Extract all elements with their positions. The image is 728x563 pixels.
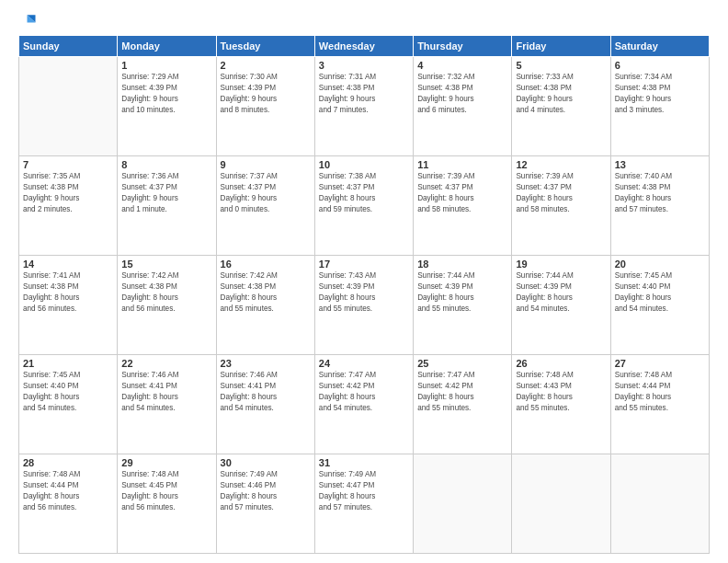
day-info: Sunrise: 7:34 AMSunset: 4:38 PMDaylight:… [615,72,705,116]
day-info: Sunrise: 7:48 AMSunset: 4:45 PMDaylight:… [121,469,211,513]
day-info: Sunrise: 7:33 AMSunset: 4:38 PMDaylight:… [516,72,606,116]
calendar-cell: 28Sunrise: 7:48 AMSunset: 4:44 PMDayligh… [19,454,118,554]
day-info: Sunrise: 7:47 AMSunset: 4:42 PMDaylight:… [417,370,507,414]
day-info: Sunrise: 7:44 AMSunset: 4:39 PMDaylight:… [516,270,606,315]
calendar-cell: 14Sunrise: 7:41 AMSunset: 4:38 PMDayligh… [19,256,118,355]
calendar-week-row: 1Sunrise: 7:29 AMSunset: 4:39 PMDaylight… [19,57,710,156]
day-info: Sunrise: 7:32 AMSunset: 4:38 PMDaylight:… [417,72,507,116]
day-number: 17 [319,259,409,270]
day-info: Sunrise: 7:37 AMSunset: 4:37 PMDaylight:… [221,171,311,215]
calendar-cell: 10Sunrise: 7:38 AMSunset: 4:37 PMDayligh… [314,156,413,256]
calendar-cell: 23Sunrise: 7:46 AMSunset: 4:41 PMDayligh… [216,355,314,454]
calendar-cell: 18Sunrise: 7:44 AMSunset: 4:39 PMDayligh… [414,256,512,355]
calendar-cell: 13Sunrise: 7:40 AMSunset: 4:38 PMDayligh… [610,156,709,256]
day-number: 21 [23,358,113,369]
day-info: Sunrise: 7:47 AMSunset: 4:42 PMDaylight:… [319,370,409,414]
day-number: 26 [516,358,606,369]
day-info: Sunrise: 7:46 AMSunset: 4:41 PMDaylight:… [221,370,311,414]
weekday-header: Tuesday [216,36,314,57]
calendar-cell [512,454,610,554]
weekday-header: Saturday [610,36,709,57]
day-info: Sunrise: 7:39 AMSunset: 4:37 PMDaylight:… [516,171,606,215]
calendar-cell: 31Sunrise: 7:49 AMSunset: 4:47 PMDayligh… [314,454,413,554]
day-number: 30 [221,457,311,468]
day-info: Sunrise: 7:36 AMSunset: 4:37 PMDaylight:… [121,171,211,215]
day-number: 7 [23,159,113,170]
calendar-cell: 30Sunrise: 7:49 AMSunset: 4:46 PMDayligh… [216,454,314,554]
calendar-header: SundayMondayTuesdayWednesdayThursdayFrid… [19,36,710,57]
day-info: Sunrise: 7:44 AMSunset: 4:39 PMDaylight:… [417,270,507,315]
calendar-cell: 7Sunrise: 7:35 AMSunset: 4:38 PMDaylight… [19,156,118,256]
day-number: 23 [221,358,311,369]
calendar-cell: 17Sunrise: 7:43 AMSunset: 4:39 PMDayligh… [314,256,413,355]
calendar-page: SundayMondayTuesdayWednesdayThursdayFrid… [0,0,728,563]
weekday-header: Friday [512,36,610,57]
calendar-cell: 2Sunrise: 7:30 AMSunset: 4:39 PMDaylight… [216,57,314,156]
day-info: Sunrise: 7:49 AMSunset: 4:47 PMDaylight:… [319,469,409,513]
calendar-cell: 12Sunrise: 7:39 AMSunset: 4:37 PMDayligh… [512,156,610,256]
weekday-header: Wednesday [314,36,413,57]
calendar-cell: 1Sunrise: 7:29 AMSunset: 4:39 PMDaylight… [118,57,216,156]
calendar-cell: 26Sunrise: 7:48 AMSunset: 4:43 PMDayligh… [512,355,610,454]
weekday-header: Monday [118,36,216,57]
day-number: 10 [319,159,409,170]
day-number: 22 [121,358,211,369]
day-number: 3 [319,60,409,71]
weekday-header: Thursday [414,36,512,57]
calendar-cell: 6Sunrise: 7:34 AMSunset: 4:38 PMDaylight… [610,57,709,156]
calendar-cell: 4Sunrise: 7:32 AMSunset: 4:38 PMDaylight… [414,57,512,156]
calendar-cell: 22Sunrise: 7:46 AMSunset: 4:41 PMDayligh… [118,355,216,454]
day-info: Sunrise: 7:35 AMSunset: 4:38 PMDaylight:… [23,171,113,215]
day-number: 5 [516,60,606,71]
day-info: Sunrise: 7:41 AMSunset: 4:38 PMDaylight:… [23,270,113,315]
calendar-cell: 11Sunrise: 7:39 AMSunset: 4:37 PMDayligh… [414,156,512,256]
day-number: 19 [516,259,606,270]
day-info: Sunrise: 7:38 AMSunset: 4:37 PMDaylight:… [319,171,409,215]
day-number: 20 [615,259,705,270]
day-number: 13 [615,159,705,170]
day-number: 24 [319,358,409,369]
calendar-cell [610,454,709,554]
calendar-week-row: 21Sunrise: 7:45 AMSunset: 4:40 PMDayligh… [19,355,710,454]
calendar-cell: 20Sunrise: 7:45 AMSunset: 4:40 PMDayligh… [610,256,709,355]
calendar-cell: 3Sunrise: 7:31 AMSunset: 4:38 PMDaylight… [314,57,413,156]
header [18,15,710,29]
calendar-cell: 19Sunrise: 7:44 AMSunset: 4:39 PMDayligh… [512,256,610,355]
day-info: Sunrise: 7:42 AMSunset: 4:38 PMDaylight:… [221,270,311,315]
day-info: Sunrise: 7:42 AMSunset: 4:38 PMDaylight:… [121,270,211,315]
day-number: 18 [417,259,507,270]
day-info: Sunrise: 7:43 AMSunset: 4:39 PMDaylight:… [319,270,409,315]
day-number: 27 [615,358,705,369]
calendar-week-row: 14Sunrise: 7:41 AMSunset: 4:38 PMDayligh… [19,256,710,355]
day-number: 28 [23,457,113,468]
calendar-cell: 25Sunrise: 7:47 AMSunset: 4:42 PMDayligh… [414,355,512,454]
day-info: Sunrise: 7:45 AMSunset: 4:40 PMDaylight:… [23,370,113,414]
day-info: Sunrise: 7:48 AMSunset: 4:44 PMDaylight:… [23,469,113,513]
calendar-week-row: 7Sunrise: 7:35 AMSunset: 4:38 PMDaylight… [19,156,710,256]
calendar-cell [414,454,512,554]
day-info: Sunrise: 7:46 AMSunset: 4:41 PMDaylight:… [121,370,211,414]
day-info: Sunrise: 7:29 AMSunset: 4:39 PMDaylight:… [121,72,211,116]
day-info: Sunrise: 7:49 AMSunset: 4:46 PMDaylight:… [221,469,311,513]
day-info: Sunrise: 7:45 AMSunset: 4:40 PMDaylight:… [615,270,705,315]
day-number: 4 [417,60,507,71]
day-number: 9 [221,159,311,170]
calendar-cell: 27Sunrise: 7:48 AMSunset: 4:44 PMDayligh… [610,355,709,454]
calendar-cell [19,57,118,156]
day-number: 14 [23,259,113,270]
day-number: 16 [221,259,311,270]
calendar-cell: 9Sunrise: 7:37 AMSunset: 4:37 PMDaylight… [216,156,314,256]
day-number: 29 [121,457,211,468]
day-info: Sunrise: 7:39 AMSunset: 4:37 PMDaylight:… [417,171,507,215]
logo [18,15,37,29]
calendar-cell: 24Sunrise: 7:47 AMSunset: 4:42 PMDayligh… [314,355,413,454]
calendar-week-row: 28Sunrise: 7:48 AMSunset: 4:44 PMDayligh… [19,454,710,554]
day-info: Sunrise: 7:48 AMSunset: 4:43 PMDaylight:… [516,370,606,414]
day-number: 25 [417,358,507,369]
day-number: 31 [319,457,409,468]
day-number: 15 [121,259,211,270]
day-number: 8 [121,159,211,170]
day-number: 6 [615,60,705,71]
calendar-cell: 16Sunrise: 7:42 AMSunset: 4:38 PMDayligh… [216,256,314,355]
calendar-body: 1Sunrise: 7:29 AMSunset: 4:39 PMDaylight… [19,57,710,554]
